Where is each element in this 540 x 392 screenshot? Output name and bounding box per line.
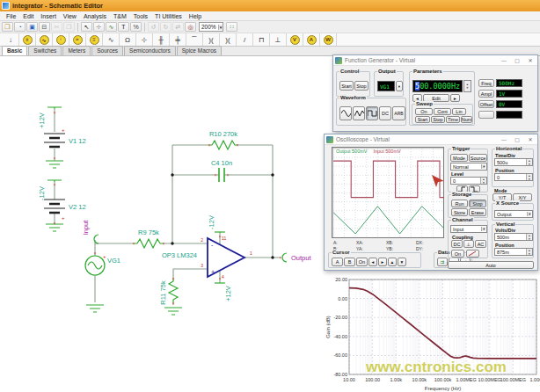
fg-frequency-spinner[interactable]: ▴▾ [463, 80, 471, 92]
open-recent-icon[interactable]: ◔ [14, 22, 26, 32]
trimmer-icon[interactable]: ⊹ [136, 33, 153, 46]
save-icon[interactable]: ▣ [26, 22, 38, 32]
title-bar[interactable]: integrator - Schematic Editor [0, 0, 540, 11]
v1-terminal[interactable] [47, 107, 62, 109]
fg-ampl-readout-label[interactable]: Ampl [478, 90, 494, 98]
tab-spice-macros[interactable]: Spice Macros [177, 46, 222, 55]
wire-icon[interactable]: ∿ [106, 22, 117, 32]
cursor-right-button[interactable]: ▸ [378, 258, 387, 266]
sweep-stop-button[interactable]: Stop [431, 116, 445, 123]
function-generator-window[interactable]: Function Generator - Virtual — ▢ ✕ Contr… [332, 54, 538, 132]
resistor-icon[interactable]: ∿ [103, 33, 120, 46]
channel-slope-button[interactable] [466, 250, 479, 258]
fg-output-dropdown-button[interactable]: ▾ [396, 81, 403, 91]
menu-tools[interactable]: Tools [130, 13, 151, 19]
ground-icon[interactable] [164, 308, 182, 315]
rotate-left-icon[interactable]: ↺ [148, 22, 159, 32]
output-terminal-icon[interactable] [282, 253, 287, 262]
relay-icon[interactable]: ⊓ [253, 33, 270, 46]
cursor-left-button[interactable]: ◂ [369, 258, 377, 266]
trigger-source-button[interactable]: Source [469, 154, 487, 162]
wattmeter-icon[interactable]: W [320, 33, 337, 46]
timediv-spinner[interactable]: 500u ▴▾ [494, 158, 533, 166]
zoom-combo[interactable]: 200% ▾ [199, 22, 223, 32]
sweep-cont-button[interactable]: Cont [434, 108, 451, 115]
menu-view[interactable]: View [60, 13, 80, 19]
cursor-down-button[interactable]: ▾ [398, 258, 406, 266]
trigger-mode-select[interactable]: Normal▾ [450, 163, 487, 171]
resistor-r9[interactable] [134, 239, 164, 248]
scope-titlebar[interactable]: Oscilloscope - Virtual — ▢ ✕ [325, 134, 537, 145]
resistor-r11[interactable] [169, 279, 178, 302]
export-data-icon[interactable]: ⇉ [437, 258, 448, 266]
copy-icon[interactable]: ❐ [63, 22, 75, 32]
minimize-icon[interactable]: — [499, 137, 509, 142]
sweep-start-button[interactable]: Start [415, 116, 430, 123]
cursor-b-button[interactable]: B [344, 258, 355, 266]
dc-button[interactable]: DC [379, 106, 391, 120]
zoom-icon[interactable]: ◎ [185, 22, 196, 32]
last-component-icon[interactable]: ⊹ [93, 22, 105, 32]
square-wave-button[interactable] [366, 106, 378, 120]
resistor-r10[interactable] [209, 141, 237, 149]
select-arrow-icon[interactable]: ↖ [81, 22, 92, 32]
tab-sources[interactable]: Sources [91, 46, 123, 55]
battery-icon[interactable]: ≡ [86, 33, 103, 46]
sine-wave-button[interactable] [339, 106, 352, 120]
cursor-a-button[interactable]: A [332, 258, 343, 266]
menu-analysis[interactable]: Analysis [80, 13, 110, 19]
menu-help[interactable]: Help [186, 13, 205, 19]
maximize-icon[interactable]: ▢ [512, 57, 522, 63]
menu-insert[interactable]: Insert [37, 13, 60, 19]
print-icon[interactable]: ⊟ [39, 22, 50, 32]
tab-basic[interactable]: Basic [2, 46, 27, 55]
coupling-ground-button[interactable]: ⊥ [463, 240, 474, 248]
sweep-lin-button[interactable]: Lin [452, 108, 466, 115]
trigger-mode-button[interactable]: Mode [450, 154, 468, 162]
opamp-op3[interactable]: - + [208, 238, 244, 277]
minimize-icon[interactable]: — [499, 58, 509, 63]
cursor-on-button[interactable]: On [356, 258, 368, 266]
arb-button[interactable]: ARB [392, 106, 405, 120]
v2-terminal[interactable] [47, 180, 62, 182]
voltmeter-icon[interactable]: V [287, 33, 303, 46]
menu-file[interactable]: File [3, 13, 19, 19]
switch-icon[interactable]: / [237, 33, 253, 46]
electrolytic-capacitor-icon[interactable]: ╪ [170, 33, 186, 46]
voltage-generator-icon[interactable]: ∿ [36, 33, 53, 46]
ground-icon[interactable]: ⊥ [270, 33, 287, 46]
v-position-spinner[interactable]: 875m ▴▾ [494, 248, 533, 256]
current-source-icon[interactable]: ↑ [53, 33, 69, 46]
maximize-icon[interactable]: ▢ [512, 136, 522, 142]
fg-next-digit-button[interactable]: ▸ [450, 94, 460, 102]
stop-button[interactable]: Stop [469, 200, 486, 207]
coupled-coils-icon[interactable]: )( [220, 33, 237, 46]
tab-semiconductors[interactable]: Semiconductors [124, 46, 176, 55]
auto-button[interactable]: Auto [448, 261, 534, 269]
erase-button[interactable]: Erase [469, 208, 486, 216]
fg-offset-readout-label[interactable]: Offset [478, 100, 494, 108]
store-button[interactable]: Store [451, 208, 468, 216]
h-position-spinner[interactable]: 0 ▴▾ [494, 173, 533, 181]
oscilloscope-window[interactable]: Oscilloscope - Virtual — ▢ ✕ Output 500m… [324, 134, 538, 271]
menu-edit[interactable]: Edit [19, 13, 37, 19]
input-terminal-icon[interactable] [94, 235, 99, 243]
rotate-right-icon[interactable]: ↻ [160, 22, 171, 32]
interactive-mode-icon[interactable]: ∷ [226, 22, 237, 32]
tab-meters[interactable]: Meters [62, 46, 91, 55]
menu-ti-utilities[interactable]: TI Utilities [151, 13, 186, 19]
open-icon[interactable]: ❒ [2, 22, 13, 32]
mirror-icon[interactable]: ⇄ [172, 22, 184, 32]
level-spinner[interactable]: 0 ▴▾ [450, 177, 487, 185]
channel-select[interactable]: Input▾ [450, 225, 487, 233]
current-generator-icon[interactable]: ≈ [69, 33, 86, 46]
coupling-dc-button[interactable]: DC [451, 240, 463, 248]
chevron-down-icon[interactable]: ▾ [218, 25, 223, 30]
transformer-icon[interactable]: )( [203, 33, 220, 46]
menu-t-m[interactable]: T&M [110, 13, 130, 19]
xsource-select[interactable]: Output▾ [494, 210, 533, 218]
sweep-time-button[interactable]: Time [446, 116, 460, 123]
capacitor-c4[interactable] [219, 168, 224, 182]
cursor-up-button[interactable]: ▴ [388, 258, 397, 266]
voltage-source-icon[interactable]: ± [19, 33, 36, 46]
